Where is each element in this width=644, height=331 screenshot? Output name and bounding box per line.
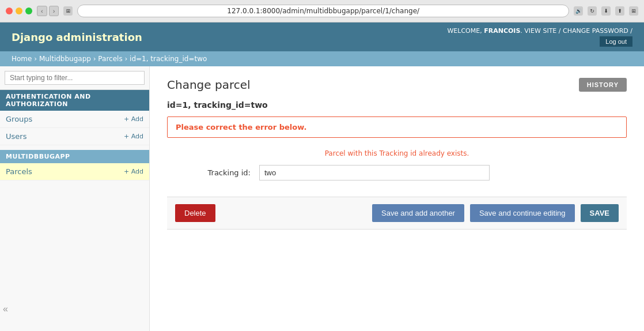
breadcrumb-app[interactable]: Multidbbugapp <box>39 55 91 63</box>
breadcrumb-bar: Home › Multidbbugapp › Parcels › id=1, t… <box>0 51 644 66</box>
traffic-lights <box>6 7 32 14</box>
error-box: Please correct the error below. <box>167 116 627 138</box>
save-add-button[interactable]: Save and add another <box>372 204 464 222</box>
sidebar-filter-input[interactable] <box>5 71 145 85</box>
parcels-add-link[interactable]: + Add <box>124 168 143 175</box>
sidebar-item-parcels: Parcels + Add <box>0 163 149 180</box>
django-header: Django administration WELCOME, FRANCOIS.… <box>0 22 644 51</box>
close-button[interactable] <box>6 7 13 14</box>
back-button[interactable]: ‹ <box>37 6 47 16</box>
history-button[interactable]: HISTORY <box>579 78 627 92</box>
view-site-link[interactable]: VIEW SITE <box>524 27 556 35</box>
field-error-message: Parcel with this Tracking id already exi… <box>167 149 627 157</box>
users-link[interactable]: Users <box>6 132 26 141</box>
users-add-link[interactable]: + Add <box>124 133 143 140</box>
address-bar[interactable]: 127.0.0.1:8000/admin/multidbbugapp/parce… <box>77 5 569 17</box>
sidebar-app-section: MULTIDBBUGAPP <box>0 150 149 163</box>
page-title: Change parcel <box>167 78 627 92</box>
breadcrumb-record: id=1, tracking_id=two <box>130 55 207 63</box>
browser-chrome: ‹ › ⊞ 127.0.0.1:8000/admin/multidbbugapp… <box>0 0 644 22</box>
groups-link[interactable]: Groups <box>6 115 32 123</box>
download-icon[interactable]: ⬇ <box>601 6 611 16</box>
form-area: Parcel with this Tracking id already exi… <box>167 149 627 185</box>
django-admin-title[interactable]: Django administration <box>12 31 142 43</box>
tab-icon: ⊞ <box>63 6 73 16</box>
error-message: Please correct the error below. <box>176 123 306 131</box>
user-tools: WELCOME, FRANCOIS. VIEW SITE / CHANGE PA… <box>447 27 632 47</box>
groups-add-link[interactable]: + Add <box>124 115 143 123</box>
tracking-id-input[interactable] <box>259 165 490 180</box>
sidebar-item-users: Users + Add <box>0 128 149 145</box>
breadcrumb-home[interactable]: Home <box>12 55 32 63</box>
username: FRANCOIS <box>484 27 520 35</box>
nav-buttons: ‹ › <box>37 6 59 16</box>
save-button[interactable]: SAVE <box>581 204 619 222</box>
minimize-button[interactable] <box>16 7 22 14</box>
sidebar-filter-area <box>0 66 149 90</box>
content-area: HISTORY Change parcel id=1, tracking_id=… <box>150 66 644 331</box>
collapse-sidebar-button[interactable]: « <box>3 304 8 314</box>
sidebar: AUTHENTICATION AND AUTHORIZATION Groups … <box>0 66 150 331</box>
save-continue-button[interactable]: Save and continue editing <box>470 204 575 222</box>
grid-icon[interactable]: ⊞ <box>629 6 638 16</box>
welcome-text: WELCOME, FRANCOIS. VIEW SITE / CHANGE PA… <box>447 27 632 35</box>
reload-icon[interactable]: ↻ <box>588 6 597 16</box>
submit-row: Delete Save and add another Save and con… <box>167 197 627 230</box>
main-layout: AUTHENTICATION AND AUTHORIZATION Groups … <box>0 66 644 331</box>
logout-button[interactable]: Log out <box>600 36 632 47</box>
forward-button[interactable]: › <box>49 6 59 16</box>
sidebar-auth-section: AUTHENTICATION AND AUTHORIZATION <box>0 90 149 111</box>
volume-icon[interactable]: 🔊 <box>574 6 583 16</box>
share-icon[interactable]: ⬆ <box>615 6 624 16</box>
change-password-link[interactable]: CHANGE PASSWORD <box>563 27 628 35</box>
breadcrumb-model[interactable]: Parcels <box>98 55 122 63</box>
delete-button[interactable]: Delete <box>175 204 215 222</box>
tracking-id-label: Tracking id: <box>167 168 259 177</box>
parcels-link[interactable]: Parcels <box>6 167 32 176</box>
maximize-button[interactable] <box>25 7 32 14</box>
tracking-id-row: Tracking id: <box>167 160 627 185</box>
sidebar-item-groups: Groups + Add <box>0 111 149 128</box>
object-subtitle: id=1, tracking_id=two <box>167 100 627 110</box>
